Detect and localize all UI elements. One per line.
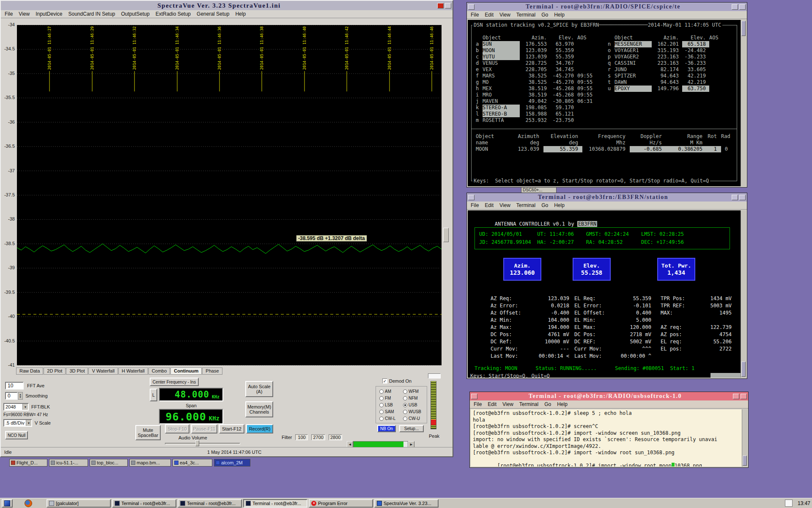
- menubar-item[interactable]: Terminal: [513, 202, 538, 208]
- demod-mode-radio[interactable]: USB: [403, 402, 421, 408]
- maximize-button[interactable]: [732, 195, 738, 200]
- taskbar-item[interactable]: Program Error: [309, 499, 373, 508]
- taskbar-item[interactable]: Terminal - root@eb3fr...: [243, 499, 307, 508]
- radio-icon: [403, 389, 407, 394]
- menubar-item[interactable]: Go: [538, 202, 551, 208]
- demod-mode-radio[interactable]: WFM: [403, 388, 421, 395]
- terminal-scrollbar[interactable]: [741, 20, 746, 186]
- auto-scale-button[interactable]: Auto Scale (A): [245, 381, 273, 397]
- window-menu-button[interactable]: [468, 4, 475, 10]
- maximize-button[interactable]: [732, 4, 738, 10]
- menubar-item[interactable]: Go: [541, 401, 554, 407]
- menubar-item[interactable]: Help: [554, 401, 571, 407]
- demod-mode-radio[interactable]: FM: [379, 395, 395, 401]
- background-window-fragment[interactable]: mapo.bm...: [129, 459, 171, 467]
- taskbar-item-icon: [49, 501, 54, 506]
- demod-mode-radio[interactable]: CW-L: [379, 415, 395, 422]
- background-window-fragment[interactable]: alcom_2M: [214, 459, 250, 467]
- pan-scrollbar[interactable]: ◀ ▶: [347, 441, 414, 447]
- pan-scrollbar-track[interactable]: [353, 441, 408, 447]
- menubar-item[interactable]: Terminal: [516, 401, 541, 407]
- menubar-item[interactable]: Go: [538, 12, 551, 18]
- menubar-item[interactable]: View: [499, 401, 516, 407]
- nco-null-button[interactable]: NCO Null: [5, 431, 28, 439]
- background-window-fragment[interactable]: Flight_D...: [9, 459, 47, 467]
- demod-mode-radio[interactable]: CW-U: [403, 415, 421, 422]
- demod-mode-radio[interactable]: LSB: [379, 402, 395, 408]
- record-button[interactable]: Record(R): [246, 424, 273, 433]
- memory-channels-button[interactable]: Memory(M) Channels: [245, 401, 273, 417]
- terminal-titlebar[interactable]: Terminal - root@eb3frn:/RADIO/usbsoftroc…: [470, 392, 748, 400]
- mute-button[interactable]: Mute SpaceBar: [135, 425, 161, 440]
- maximize-button[interactable]: [733, 394, 739, 399]
- scrollbar-thumb[interactable]: [743, 456, 747, 466]
- terminal-scrollbar[interactable]: [741, 210, 746, 378]
- filter-high-value[interactable]: 2700: [311, 434, 325, 440]
- fft-ave-input[interactable]: 10: [5, 382, 24, 389]
- close-button[interactable]: [741, 394, 747, 399]
- smoothing-input[interactable]: 0: [5, 392, 18, 400]
- menubar-item[interactable]: File: [468, 202, 482, 208]
- close-button[interactable]: [739, 195, 746, 200]
- slider-thumb[interactable]: [195, 440, 199, 446]
- demod-mode-radio[interactable]: SAM: [379, 409, 395, 415]
- menubar-item[interactable]: File: [468, 12, 482, 18]
- gauge: Azim. 123.060: [503, 258, 541, 281]
- chevron-down-icon: ▼: [22, 404, 28, 410]
- demod-mode-label: LSB: [385, 403, 393, 407]
- menubar-item[interactable]: Help: [551, 202, 568, 208]
- demod-mode-radio[interactable]: AM: [379, 388, 395, 395]
- noise-blanker-button[interactable]: NB On: [377, 425, 396, 432]
- v-scale-select[interactable]: .5 dB/Div ▼: [3, 419, 32, 427]
- center-frequency-button[interactable]: Center Frequency - Ins: [150, 378, 199, 386]
- background-window-fragment[interactable]: top_bloc...: [90, 459, 128, 467]
- menubar-item[interactable]: Help: [551, 12, 568, 18]
- firefox-launcher-icon[interactable]: [25, 500, 32, 507]
- demod-on-checkbox[interactable]: ✓ Demod On: [382, 378, 411, 384]
- menubar-item[interactable]: Edit: [482, 12, 497, 18]
- background-window-fragment[interactable]: icu-51.1-...: [49, 459, 88, 467]
- smoothing-stepper[interactable]: ▲▼: [18, 392, 23, 400]
- terminal-titlebar[interactable]: Terminal - root@eb3frn:/RADIO/SPICE/cspi…: [467, 3, 747, 11]
- demod-mode-label: WUSB: [409, 409, 421, 414]
- taskbar-item[interactable]: Terminal - root@eb3fr...: [112, 499, 176, 508]
- tray-icon[interactable]: [785, 500, 793, 507]
- frequency-lock-button[interactable]: L: [150, 389, 157, 401]
- center-frequency-display[interactable]: 48.000 KHz: [159, 388, 223, 401]
- menubar-item[interactable]: Edit: [482, 202, 497, 208]
- fft-blk-select[interactable]: 2048 ▼: [3, 403, 29, 411]
- pause-button[interactable]: Pause-F11: [191, 424, 217, 433]
- start-menu-button[interactable]: [2, 499, 13, 508]
- menubar-item[interactable]: View: [497, 12, 513, 18]
- background-window-fragment[interactable]: ea4_3c...: [173, 459, 212, 467]
- audio-volume-slider[interactable]: [165, 440, 240, 446]
- scroll-left-arrow[interactable]: ◀: [347, 441, 353, 447]
- terminal-content: DSN station tracking v0.2_SPICE by EB3FR…: [468, 20, 741, 186]
- span-display[interactable]: 96.000 KHz: [159, 409, 223, 424]
- menubar-item[interactable]: View: [497, 202, 513, 208]
- close-button[interactable]: [739, 4, 746, 10]
- terminal-scrollbar[interactable]: [742, 409, 747, 467]
- demod-mode-radio[interactable]: WUSB: [403, 409, 421, 415]
- taskbar-item[interactable]: Terminal - root@eb3fr...: [178, 499, 242, 508]
- terminal-titlebar[interactable]: Terminal - root@eb3frn:/EB3FRN/station: [467, 193, 747, 202]
- scrollbar-thumb[interactable]: [741, 21, 746, 36]
- menubar-item[interactable]: Terminal: [513, 12, 538, 18]
- menubar-item[interactable]: File: [471, 401, 485, 407]
- filter-offset-value[interactable]: 2800: [329, 434, 342, 440]
- stop-button[interactable]: Stop-F10: [165, 424, 189, 433]
- start-button[interactable]: Start-F12: [219, 424, 244, 433]
- scrollbar-thumb[interactable]: [741, 362, 746, 377]
- setup-button[interactable]: Setup...: [399, 425, 424, 432]
- window-menu-button[interactable]: [471, 394, 477, 399]
- terminal-content[interactable]: [root@eb3frn usbsoftrock-1.0.2]# sleep 5…: [471, 409, 742, 467]
- scroll-right-arrow[interactable]: ▶: [408, 441, 414, 447]
- window-menu-button[interactable]: [468, 195, 475, 200]
- command-text: 10368.png: [675, 463, 702, 467]
- demod-mode-radio[interactable]: NFM: [403, 395, 421, 401]
- taskbar-item[interactable]: [galculator]: [47, 499, 111, 508]
- menubar-item[interactable]: Edit: [485, 401, 499, 407]
- spin-down-icon[interactable]: ▼: [18, 396, 22, 398]
- taskbar-item[interactable]: SpectraVue Ver. 3.23...: [374, 499, 439, 508]
- filter-low-value[interactable]: 100: [295, 434, 308, 440]
